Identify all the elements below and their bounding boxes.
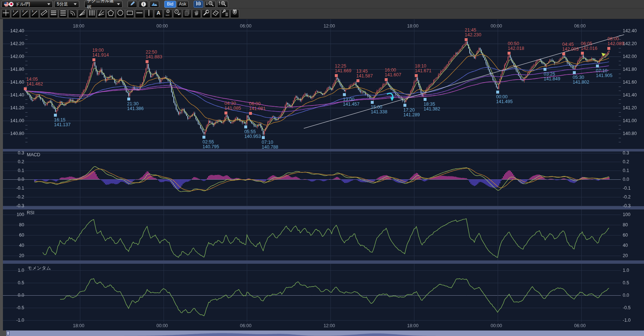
- tool-time-arrow-button[interactable]: [173, 9, 182, 18]
- tool-ruler-button[interactable]: [40, 9, 48, 18]
- price-axis-label-right: 141.60: [623, 80, 637, 85]
- pair-selector[interactable]: ドル/円: [1, 1, 53, 8]
- momentum-axis-label-left: 0.0: [9, 293, 24, 298]
- time-axis-label-top: 18:00: [73, 23, 84, 29]
- tool-wrench-button[interactable]: [202, 9, 211, 18]
- rsi-axis-label-left: 80: [9, 222, 24, 227]
- price-axis-label-right: 141.80: [623, 67, 637, 72]
- swing-low-label: 05:30141.802: [573, 75, 589, 85]
- tool-vertical-line-button[interactable]: [144, 9, 153, 18]
- swing-high-label: 21:45142.230: [465, 28, 481, 37]
- jp-flag-icon: [9, 2, 14, 7]
- ask-toggle[interactable]: Ask: [177, 1, 189, 8]
- tool-crosshair-button[interactable]: [1, 9, 10, 18]
- navigator-strip[interactable]: [0, 330, 644, 336]
- trendline-2-icon: 2: [21, 9, 29, 18]
- stamp-icon-icon: icon: [164, 9, 172, 18]
- swing-low-marker: [544, 68, 546, 71]
- ellipse-icon: [117, 9, 124, 18]
- swing-high-marker: [385, 78, 388, 81]
- tool-h-lines-3-button[interactable]: [49, 9, 58, 18]
- v-lines-icon: [88, 9, 95, 18]
- text-icon: A: [155, 9, 162, 18]
- tool-pentagon-button[interactable]: [106, 9, 115, 18]
- swing-low-marker: [202, 136, 205, 139]
- momentum-axis-label-left: -0.5: [9, 305, 24, 310]
- tool-rectangle-button[interactable]: [125, 9, 134, 18]
- drawn-arrow-annotation[interactable]: [386, 92, 396, 105]
- swing-low-marker: [262, 136, 265, 139]
- macd-axis-label-right: 0.0: [623, 177, 629, 182]
- price-axis-label-left: 140.80: [9, 131, 24, 136]
- bottom-left-corner: [0, 330, 6, 336]
- macd-axis-label-right: -0.2: [623, 194, 631, 200]
- technical-select-button[interactable]: テクニカル選択: [84, 1, 122, 8]
- tool-eraser-button[interactable]: [211, 9, 220, 18]
- navigator-grip[interactable]: [7, 331, 10, 335]
- macd-axis-label-left: -0.1: [9, 186, 24, 191]
- svg-text:3: 3: [32, 10, 33, 13]
- info-button[interactable]: [139, 1, 148, 8]
- tool-text-button[interactable]: A: [154, 9, 163, 18]
- horizontal-line-icon: [136, 9, 143, 18]
- time-axis-label-bottom: 18:00: [73, 323, 84, 328]
- swing-high-label: 14:05141.462: [26, 77, 43, 87]
- left-edge-strip: [0, 19, 3, 330]
- crosshair-icon: [2, 9, 10, 18]
- swing-low-label: 03:25141.849: [544, 72, 560, 81]
- chevron-down-icon: [47, 3, 50, 5]
- momentum-axis-label-left: -1.0: [9, 318, 24, 323]
- price-axis-label-right: 142.00: [623, 54, 637, 59]
- zoom-in-button[interactable]: [217, 1, 228, 8]
- svg-text:1: 1: [13, 10, 14, 13]
- time-axis-label-bottom: 00:00: [491, 323, 502, 328]
- tool-trendline-3-button[interactable]: 3: [30, 9, 39, 18]
- drawing-toolbar: 123Aicon: [0, 8, 644, 19]
- tool-v-lines-button[interactable]: [87, 9, 96, 18]
- timeframe-selector[interactable]: 5分足: [54, 1, 79, 8]
- tool-trendline-1-button[interactable]: 1: [11, 9, 20, 18]
- price-axis-label-right: 141.20: [623, 105, 637, 110]
- momentum-panel-title: モメンタム: [28, 265, 51, 271]
- tool-h-lines-4-button[interactable]: [59, 9, 67, 18]
- rectangle-icon: [126, 9, 133, 18]
- tool-ellipse-button[interactable]: [116, 9, 125, 18]
- tool-horizontal-line-button[interactable]: [135, 9, 144, 18]
- main-toolbar: ドル/円 5分足 テクニカル選択 Bid Ask: [0, 0, 644, 8]
- tool-stamp-icon-button[interactable]: icon: [164, 9, 172, 18]
- macd-axis-label-right: 0.3: [623, 150, 629, 156]
- candle-chart-button[interactable]: [194, 1, 203, 8]
- macd-panel-title: MACD: [27, 152, 40, 157]
- swing-high-label: 04:30141.085: [224, 101, 241, 111]
- swing-low-label: 15:00141.338: [371, 105, 387, 114]
- macd-axis-label-right: 0.2: [623, 159, 629, 164]
- tool-angle-lines-button[interactable]: [97, 9, 106, 18]
- current-price-arrow: [601, 52, 607, 59]
- swing-high-marker: [249, 112, 252, 115]
- zoom-out-button[interactable]: [205, 1, 216, 8]
- tool-fibonacci-arc-button[interactable]: [68, 9, 77, 18]
- h-lines-4-icon: [59, 9, 67, 18]
- draw-pencil-button[interactable]: [128, 1, 137, 8]
- rsi-axis-label-left: 100: [9, 212, 24, 217]
- swing-high-marker: [581, 52, 584, 55]
- macd-axis-label-left: 0.3: [9, 150, 24, 156]
- price-axis-label-left: 141.00: [9, 118, 24, 123]
- tool-tool-settings-button[interactable]: [221, 9, 230, 18]
- price-axis-label-right: 142.20: [623, 41, 637, 46]
- tool-fibonacci-fan-button[interactable]: [78, 9, 87, 18]
- swing-low-label: 18:35141.382: [424, 102, 440, 112]
- area-chart-button[interactable]: [150, 1, 159, 8]
- copy-icon: [183, 9, 191, 18]
- tool-magnet-button[interactable]: [230, 9, 239, 18]
- svg-text:2: 2: [22, 10, 24, 13]
- rsi-axis-label-right: 60: [623, 233, 628, 238]
- swing-high-marker: [415, 74, 418, 77]
- time-axis-label-top: 06:00: [240, 23, 251, 29]
- time-axis-label-top: 00:00: [491, 23, 502, 29]
- fibonacci-arc-icon: [69, 9, 76, 18]
- tool-trendline-2-button[interactable]: 2: [21, 9, 29, 18]
- swing-high-marker: [356, 79, 359, 82]
- bid-toggle[interactable]: Bid: [164, 1, 176, 8]
- swing-low-marker: [573, 71, 576, 74]
